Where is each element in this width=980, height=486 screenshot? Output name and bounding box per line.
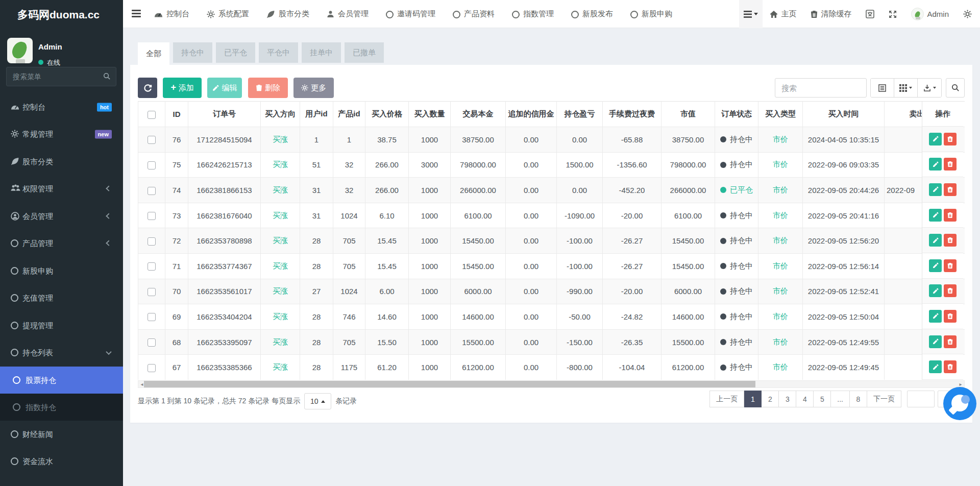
scrollbar-thumb[interactable] bbox=[144, 381, 755, 387]
tab-4[interactable]: 挂单中 bbox=[302, 42, 341, 63]
edit-button[interactable]: 编辑 bbox=[207, 78, 242, 98]
row-edit-button[interactable] bbox=[929, 133, 942, 145]
col-header-10[interactable]: 手续费过夜费 bbox=[603, 102, 662, 127]
row-edit-button[interactable] bbox=[929, 183, 942, 196]
columns-grid-icon[interactable] bbox=[894, 79, 918, 97]
page-8[interactable]: 8 bbox=[850, 391, 867, 407]
row-checkbox[interactable] bbox=[148, 212, 156, 220]
tab-1[interactable]: 持仓中 bbox=[173, 42, 212, 63]
page-next[interactable]: 下一页 bbox=[867, 391, 901, 407]
row-checkbox[interactable] bbox=[148, 313, 156, 321]
page-prev[interactable]: 上一页 bbox=[709, 391, 744, 407]
page-1[interactable]: 1 bbox=[744, 391, 762, 407]
scroll-right-arrow[interactable]: ▸ bbox=[958, 382, 964, 386]
row-checkbox[interactable] bbox=[148, 161, 156, 169]
sidebar-item-3[interactable]: 权限管理 bbox=[0, 176, 123, 203]
col-header-12[interactable]: 订单状态 bbox=[715, 102, 758, 127]
horizontal-scrollbar[interactable]: ◂ ▸ bbox=[138, 380, 965, 388]
sidebar-item-9[interactable]: 持仓列表 bbox=[0, 339, 123, 367]
col-header-9[interactable]: 持仓盈亏 bbox=[557, 102, 603, 127]
row-edit-button[interactable] bbox=[929, 234, 942, 247]
row-checkbox[interactable] bbox=[148, 187, 156, 195]
navbar-user[interactable]: Admin bbox=[904, 0, 956, 28]
detail-view-icon[interactable] bbox=[871, 79, 894, 97]
row-edit-button[interactable] bbox=[929, 259, 942, 272]
avatar[interactable] bbox=[7, 38, 33, 63]
row-delete-button[interactable] bbox=[944, 133, 957, 145]
nav-item-8[interactable]: 新股申购 bbox=[622, 0, 681, 28]
row-delete-button[interactable] bbox=[944, 158, 957, 171]
row-delete-button[interactable] bbox=[944, 335, 957, 348]
row-edit-button[interactable] bbox=[929, 158, 942, 171]
search-icon[interactable] bbox=[103, 72, 111, 80]
tab-3[interactable]: 平仓中 bbox=[259, 42, 298, 63]
sidebar-item-12[interactable]: 财经新闻 bbox=[0, 421, 123, 448]
search-toggle-button[interactable] bbox=[946, 78, 965, 98]
page-4[interactable]: 4 bbox=[796, 391, 814, 407]
home-link[interactable]: 主页 bbox=[763, 0, 803, 28]
row-checkbox[interactable] bbox=[148, 262, 156, 271]
hamburger-icon[interactable] bbox=[132, 10, 141, 18]
col-header-8[interactable]: 追加的信用金 bbox=[506, 102, 557, 127]
col-header-1[interactable]: 订单号 bbox=[188, 102, 261, 127]
col-header-4[interactable]: 产品id bbox=[333, 102, 365, 127]
row-checkbox[interactable] bbox=[148, 364, 156, 372]
sidebar-item-8[interactable]: 提现管理 bbox=[0, 312, 123, 339]
sidebar-search-input[interactable] bbox=[7, 67, 116, 86]
tab-2[interactable]: 已平仓 bbox=[216, 42, 255, 63]
nav-item-6[interactable]: 指数管理 bbox=[503, 0, 562, 28]
refresh-button[interactable] bbox=[138, 78, 157, 98]
nav-menu-dropdown[interactable] bbox=[739, 0, 763, 28]
row-edit-button[interactable] bbox=[929, 310, 942, 323]
col-header-3[interactable]: 用户id bbox=[300, 102, 333, 127]
nav-item-2[interactable]: 股市分类 bbox=[258, 0, 318, 28]
page-...[interactable]: ... bbox=[831, 391, 850, 407]
nav-item-7[interactable]: 新股发布 bbox=[562, 0, 622, 28]
row-delete-button[interactable] bbox=[944, 310, 957, 323]
row-edit-button[interactable] bbox=[929, 284, 942, 297]
row-delete-button[interactable] bbox=[944, 209, 957, 222]
col-header-7[interactable]: 交易本金 bbox=[451, 102, 506, 127]
col-header-2[interactable]: 买入方向 bbox=[261, 102, 300, 127]
row-edit-button[interactable] bbox=[929, 335, 942, 348]
tab-0[interactable]: 全部 bbox=[138, 42, 169, 65]
sidebar-item-13[interactable]: 资金流水 bbox=[0, 448, 123, 476]
sidebar-item-6[interactable]: 新股申购 bbox=[0, 257, 123, 285]
page-jump-input[interactable] bbox=[907, 391, 935, 407]
sidebar-item-11[interactable]: 指数持仓 bbox=[0, 394, 123, 421]
col-header-6[interactable]: 买入数量 bbox=[409, 102, 451, 127]
sidebar-item-10[interactable]: 股票持仓 bbox=[0, 367, 123, 394]
page-size-select[interactable]: 10 bbox=[304, 393, 331, 409]
tab-5[interactable]: 已撤单 bbox=[345, 42, 384, 63]
row-checkbox[interactable] bbox=[148, 136, 156, 144]
row-delete-button[interactable] bbox=[944, 284, 957, 297]
nav-item-4[interactable]: 邀请码管理 bbox=[377, 0, 444, 28]
row-delete-button[interactable] bbox=[944, 360, 957, 373]
table-search-input[interactable] bbox=[775, 78, 867, 98]
export-icon[interactable] bbox=[918, 79, 941, 97]
col-header-14[interactable]: 买入时间 bbox=[803, 102, 885, 127]
sidebar-item-1[interactable]: 常规管理new bbox=[0, 121, 123, 149]
col-header-13[interactable]: 买入类型 bbox=[758, 102, 803, 127]
row-edit-button[interactable] bbox=[929, 360, 942, 373]
sidebar-item-4[interactable]: 会员管理 bbox=[0, 203, 123, 230]
clear-cache-link[interactable]: 清除缓存 bbox=[803, 0, 859, 28]
chat-bubble-button[interactable] bbox=[943, 387, 976, 420]
row-delete-button[interactable] bbox=[944, 183, 957, 196]
sidebar-item-7[interactable]: 充值管理 bbox=[0, 285, 123, 312]
page-5[interactable]: 5 bbox=[814, 391, 831, 407]
nav-item-0[interactable]: 控制台 bbox=[145, 0, 198, 28]
select-all-checkbox[interactable] bbox=[148, 111, 156, 119]
sidebar-item-5[interactable]: 产品管理 bbox=[0, 230, 123, 258]
col-header-0[interactable]: ID bbox=[165, 102, 188, 127]
page-2[interactable]: 2 bbox=[762, 391, 779, 407]
fullscreen-icon[interactable] bbox=[881, 0, 904, 28]
language-icon[interactable] bbox=[859, 0, 881, 28]
row-checkbox[interactable] bbox=[148, 288, 156, 296]
add-button[interactable]: +添加 bbox=[163, 78, 202, 98]
delete-button[interactable]: 删除 bbox=[248, 78, 288, 98]
col-header-5[interactable]: 买入价格 bbox=[365, 102, 409, 127]
col-header-11[interactable]: 市值 bbox=[662, 102, 715, 127]
sidebar-item-0[interactable]: 控制台hot bbox=[0, 93, 123, 121]
row-checkbox[interactable] bbox=[148, 338, 156, 347]
